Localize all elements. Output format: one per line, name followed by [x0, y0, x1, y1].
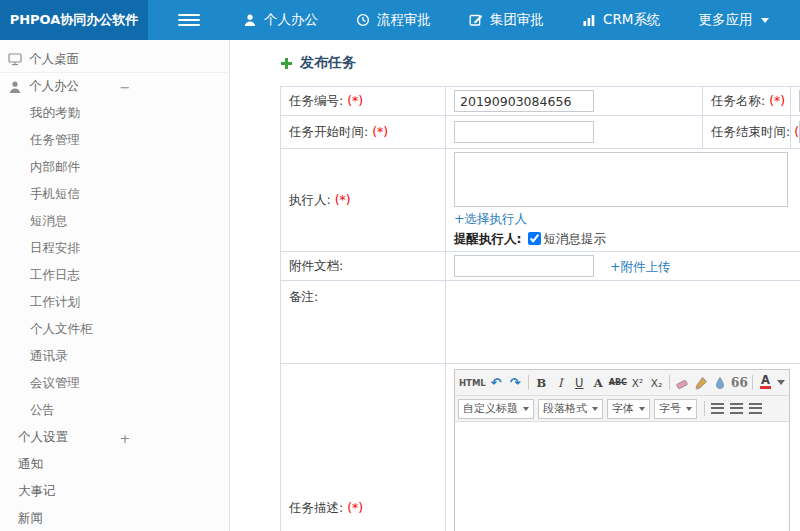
nav-label: 更多应用: [698, 11, 752, 29]
remind-executor-label: 提醒执行人:: [454, 231, 522, 246]
table-row: 任务描述:(*) HTML ↶ ↷ B I U A AB: [281, 364, 800, 531]
font-color-button[interactable]: A: [756, 373, 775, 392]
sidebar-item-address-book[interactable]: 通讯录: [0, 343, 229, 370]
end-time-label: 任务结束时间:: [711, 124, 790, 139]
align-right-icon[interactable]: [746, 399, 765, 418]
nav-label: 个人办公: [264, 11, 318, 29]
editor-content-area[interactable]: [455, 422, 789, 531]
redo-button[interactable]: ↷: [506, 373, 525, 392]
remark-label: 备注:: [289, 289, 318, 304]
app-logo: PHPOA协同办公软件: [0, 0, 148, 40]
toolbar-separator: [752, 375, 753, 390]
attachment-input[interactable]: [454, 255, 594, 277]
sidebar-item-label: 个人办公: [29, 78, 79, 95]
remove-format-icon[interactable]: [673, 373, 692, 392]
main-content: 发布任务 任务编号:(*) 任务名称:(*) 任务开始时间:(*) 任务结束时间…: [230, 40, 800, 531]
align-center-icon[interactable]: [727, 399, 746, 418]
menu-icon[interactable]: [178, 0, 200, 40]
remark-cell[interactable]: [446, 281, 800, 364]
sidebar-item-notification[interactable]: 通知: [0, 451, 229, 478]
sidebar-item-my-attendance[interactable]: 我的考勤: [0, 100, 229, 127]
superscript-button[interactable]: X²: [628, 373, 647, 392]
collapse-icon[interactable]: −: [118, 79, 132, 94]
nav-personal-office[interactable]: 个人办公: [224, 0, 337, 40]
task-description-label: 任务描述:: [289, 500, 343, 515]
sidebar-item-personal-desktop[interactable]: 个人桌面: [0, 46, 229, 73]
font-family-select[interactable]: 字体: [607, 399, 650, 419]
paragraph-format-select[interactable]: 段落格式: [538, 399, 603, 419]
publish-task-form: 任务编号:(*) 任务名称:(*) 任务开始时间:(*) 任务结束时间:(*) …: [280, 86, 800, 531]
blockquote-button[interactable]: 66: [730, 373, 749, 392]
table-row: 执行人:(*) +选择执行人 提醒执行人:短消息提示: [281, 149, 800, 252]
sidebar-item-announcement[interactable]: 公告: [0, 397, 229, 424]
font-size-select[interactable]: 字号: [654, 399, 697, 419]
nav-label: 流程审批: [377, 11, 431, 29]
sidebar-item-personal-settings[interactable]: 个人设置 +: [0, 424, 229, 451]
desktop-icon: [8, 52, 23, 66]
table-row: 任务编号:(*) 任务名称:(*): [281, 87, 800, 116]
sidebar-item-file-cabinet[interactable]: 个人文件柜: [0, 316, 229, 343]
sidebar-item-news[interactable]: 新闻: [0, 505, 229, 531]
sidebar-item-work-log[interactable]: 工作日志: [0, 262, 229, 289]
nav-crm-system[interactable]: CRM系统: [563, 0, 679, 40]
edit-icon: [469, 13, 483, 27]
task-number-input[interactable]: [454, 90, 594, 112]
topbar: PHPOA协同办公软件 个人办公 流程审批 集团审批 CRM系统: [0, 0, 800, 40]
sidebar-item-short-message[interactable]: 短消息: [0, 208, 229, 235]
table-row: 附件文档: +附件上传: [281, 252, 800, 281]
sidebar-item-task-management[interactable]: 任务管理: [0, 127, 229, 154]
sidebar-item-mobile-sms[interactable]: 手机短信: [0, 181, 229, 208]
sidebar-item-label: 个人桌面: [29, 51, 79, 68]
required-mark: (*): [335, 192, 351, 207]
editor-toolbar-row-1: HTML ↶ ↷ B I U A ABC X² X₂: [455, 370, 789, 396]
nav-label: CRM系统: [603, 11, 660, 29]
nav-group-approval[interactable]: 集团审批: [450, 0, 563, 40]
bar-chart-icon: [582, 13, 596, 27]
plus-icon: [280, 57, 293, 70]
toolbar-separator: [528, 375, 529, 390]
align-left-icon[interactable]: [708, 399, 727, 418]
sidebar: 个人桌面 个人办公 − 我的考勤 任务管理 内部邮件 手机短信 短消息 日程安排…: [0, 40, 230, 531]
sidebar-item-schedule[interactable]: 日程安排: [0, 235, 229, 262]
source-code-button[interactable]: HTML: [458, 373, 487, 392]
sidebar-item-meeting-management[interactable]: 会议管理: [0, 370, 229, 397]
nav-more-apps[interactable]: 更多应用: [679, 0, 788, 40]
font-button[interactable]: A: [589, 373, 608, 392]
sidebar-item-personal-office[interactable]: 个人办公 −: [0, 73, 229, 100]
undo-button[interactable]: ↶: [487, 373, 506, 392]
custom-title-select[interactable]: 自定义标题: [458, 399, 534, 419]
bold-button[interactable]: B: [532, 373, 551, 392]
sms-remind-checkbox[interactable]: [528, 232, 541, 245]
required-mark: (*): [372, 124, 388, 139]
sidebar-item-major-events[interactable]: 大事记: [0, 478, 229, 505]
italic-button[interactable]: I: [551, 373, 570, 392]
sidebar-item-internal-mail[interactable]: 内部邮件: [0, 154, 229, 181]
top-nav: 个人办公 流程审批 集团审批 CRM系统 更多应用: [224, 0, 788, 40]
subscript-button[interactable]: X₂: [647, 373, 666, 392]
toolbar-separator: [704, 401, 705, 416]
user-icon: [243, 13, 257, 27]
nav-process-approval[interactable]: 流程审批: [337, 0, 450, 40]
chevron-down-icon: [592, 407, 598, 411]
sidebar-item-work-plan[interactable]: 工作计划: [0, 289, 229, 316]
toolbar-separator: [669, 375, 670, 390]
expand-icon[interactable]: +: [118, 430, 132, 445]
underline-button[interactable]: U: [570, 373, 589, 392]
nav-label: 集团审批: [490, 11, 544, 29]
attachment-label: 附件文档:: [289, 258, 343, 273]
attachment-upload-link[interactable]: +附件上传: [610, 259, 670, 274]
chevron-down-icon: [639, 407, 645, 411]
editor-toolbar-row-2: 自定义标题 段落格式 字体 字号: [455, 396, 789, 422]
user-icon: [8, 80, 23, 94]
task-number-label: 任务编号:: [289, 93, 343, 108]
format-brush-icon[interactable]: [692, 373, 711, 392]
strikethrough-button[interactable]: ABC: [608, 373, 628, 392]
fill-color-icon[interactable]: [711, 373, 730, 392]
chevron-down-icon[interactable]: [777, 380, 785, 385]
start-time-input[interactable]: [454, 121, 594, 143]
required-mark: (*): [347, 93, 363, 108]
select-executor-link[interactable]: +选择执行人: [454, 211, 527, 228]
chevron-down-icon: [761, 18, 769, 23]
task-name-label: 任务名称:: [711, 93, 765, 108]
executor-textarea[interactable]: [454, 152, 788, 207]
